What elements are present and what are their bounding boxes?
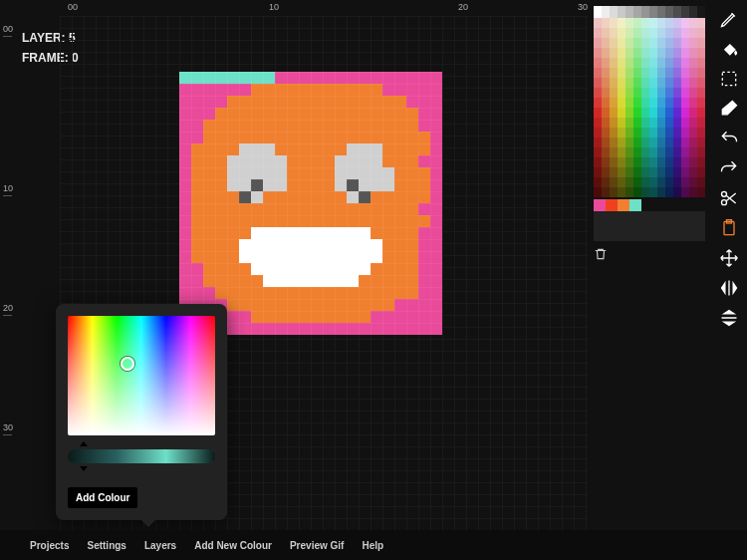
cut-icon[interactable]	[718, 187, 740, 209]
pencil-icon[interactable]	[718, 8, 740, 30]
svg-point-2	[722, 200, 727, 205]
recent-colour[interactable]	[606, 199, 618, 211]
undo-icon[interactable]	[718, 128, 740, 149]
bottom-menu: Projects Settings Layers Add New Colour …	[0, 530, 747, 560]
colour-palette[interactable]	[594, 6, 705, 264]
menu-add-colour[interactable]: Add New Colour	[194, 540, 272, 551]
recent-colour[interactable]	[629, 199, 641, 211]
saturation-value-field[interactable]	[68, 316, 215, 435]
recent-colour[interactable]	[618, 199, 629, 211]
redo-icon[interactable]	[718, 157, 740, 179]
bucket-icon[interactable]	[718, 38, 740, 60]
pixel-canvas[interactable]	[179, 72, 442, 335]
menu-layers[interactable]: Layers	[144, 540, 176, 551]
flip-v-icon[interactable]	[718, 307, 740, 329]
ruler-top: 00 10 20 30	[60, 0, 588, 16]
tool-bar	[715, 8, 743, 329]
trash-icon[interactable]	[594, 247, 705, 264]
svg-point-1	[722, 191, 727, 196]
menu-settings[interactable]: Settings	[87, 540, 125, 551]
colour-picker-popover[interactable]: Add Colour	[56, 304, 227, 520]
marquee-icon[interactable]	[718, 68, 740, 90]
hue-slider[interactable]	[68, 449, 215, 463]
add-colour-button[interactable]: Add Colour	[68, 487, 137, 508]
eraser-icon[interactable]	[718, 98, 740, 120]
paste-icon[interactable]	[718, 217, 740, 239]
menu-help[interactable]: Help	[362, 540, 383, 551]
recent-colour[interactable]	[594, 199, 606, 211]
ruler-left: 00 10 20 30	[0, 16, 16, 530]
svg-rect-0	[722, 72, 735, 85]
menu-projects[interactable]: Projects	[30, 540, 69, 551]
move-icon[interactable]	[718, 247, 740, 269]
flip-h-icon[interactable]	[718, 277, 740, 299]
menu-preview-gif[interactable]: Preview Gif	[290, 540, 344, 551]
